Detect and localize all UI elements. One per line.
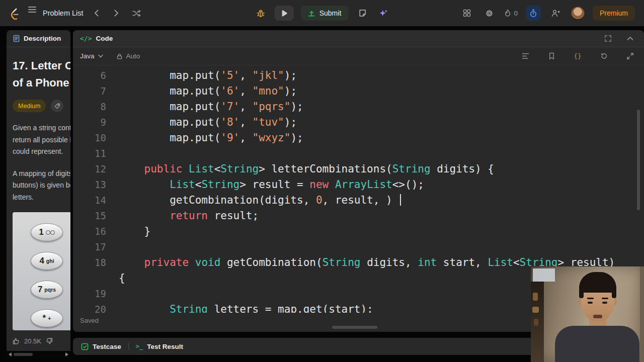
description-panel: Description 17. Letter Combinationsof a … <box>7 30 70 358</box>
app-root: Problem List <box>0 0 644 362</box>
code-panel-header: </> Code <box>73 30 644 47</box>
upload-icon <box>308 10 315 17</box>
scrollbar-track[interactable] <box>12 353 65 356</box>
line-number: 16 <box>73 224 106 239</box>
code-line[interactable]: 11 <box>73 146 644 161</box>
expand-icon[interactable] <box>623 49 637 63</box>
shelf-item <box>534 319 538 326</box>
shelf-item <box>533 293 538 301</box>
description-tab-label: Description <box>24 35 61 42</box>
description-body: 17. Letter Combinationsof a Phone Number… <box>7 47 70 330</box>
problem-mapping-paragraph: A mapping of digits to letters (justbutt… <box>13 168 70 204</box>
line-number: 12 <box>73 161 106 177</box>
scroll-right-arrow[interactable] <box>65 352 68 356</box>
run-button[interactable] <box>275 6 294 21</box>
code-line[interactable]: 8 map.put('7', "pqrs"); <box>73 99 644 115</box>
tab-test-result[interactable]: >_ Test Result <box>136 343 183 350</box>
phone-keypad-image: 14ghi7pqrs*+ <box>13 212 70 330</box>
line-number: 19 <box>73 286 106 302</box>
voicemail-icon <box>46 230 55 234</box>
line-number: 9 <box>73 115 106 130</box>
editor-toolbar-actions: {} <box>518 49 637 63</box>
person-hair <box>579 272 616 293</box>
code-line[interactable]: 6 map.put('5', "jkl"); <box>73 68 644 83</box>
top-navigation-bar: Problem List <box>0 0 644 26</box>
code-line[interactable]: 7 map.put('6', "mno"); <box>73 83 644 99</box>
badge-row: Medium <box>13 100 70 112</box>
tag-icon[interactable] <box>51 100 63 112</box>
layout-grid-icon[interactable] <box>460 6 474 20</box>
testcase-label: Testcase <box>93 343 121 350</box>
line-number: 14 <box>73 193 106 208</box>
person-eyebrow <box>602 298 608 299</box>
shuffle-icon[interactable] <box>130 6 144 20</box>
code-line[interactable]: 15 return result; <box>73 208 644 224</box>
next-problem-button[interactable] <box>110 6 124 20</box>
description-tab[interactable]: Description <box>7 30 70 47</box>
tab-testcase[interactable]: Testcase <box>81 343 121 350</box>
hamburger-icon <box>28 6 38 20</box>
debug-icon[interactable] <box>254 6 268 20</box>
reset-icon[interactable] <box>597 49 611 63</box>
premium-label: Premium <box>600 9 628 17</box>
difficulty-badge[interactable]: Medium <box>13 100 46 112</box>
code-icon: </> <box>80 35 92 42</box>
line-number: 8 <box>73 99 106 115</box>
sparkle-icon[interactable] <box>376 6 390 20</box>
code-line[interactable]: 9 map.put('8', "tuv"); <box>73 115 644 130</box>
code-tab-label[interactable]: Code <box>96 35 113 42</box>
timer-icon[interactable] <box>526 6 541 21</box>
description-horizontal-scrollbar <box>7 351 70 358</box>
language-selected-value: Java <box>80 52 95 60</box>
keypad-button-4: 4ghi <box>31 252 63 270</box>
format-lines-icon[interactable] <box>518 49 532 63</box>
prev-problem-button[interactable] <box>90 6 104 20</box>
language-select[interactable]: Java <box>80 52 103 60</box>
line-number: 15 <box>73 208 106 224</box>
person-mouth <box>593 315 602 318</box>
topbar-right-group: 0 Premium <box>460 6 635 21</box>
streak-counter[interactable]: 0 <box>504 9 518 18</box>
thumbs-down-icon[interactable] <box>45 337 53 345</box>
chevron-down-icon <box>98 54 103 58</box>
code-line[interactable]: 12 public List<String> letterCombination… <box>73 161 644 177</box>
bookmark-icon[interactable] <box>544 49 558 63</box>
notes-icon[interactable] <box>355 6 369 20</box>
auto-toggle[interactable]: Auto <box>116 52 140 60</box>
premium-button[interactable]: Premium <box>593 6 635 21</box>
problem-list-label: Problem List <box>43 9 84 17</box>
thumbs-up-icon[interactable] <box>13 337 20 345</box>
code-line[interactable]: 14 getCombination(digits, 0, result, ) <box>73 193 644 208</box>
flame-icon <box>504 9 511 18</box>
code-line[interactable]: 10 map.put('9', "wxyz"); <box>73 130 644 146</box>
scrollbar-thumb[interactable] <box>14 353 33 356</box>
streak-count: 0 <box>514 10 518 17</box>
avatar[interactable] <box>571 7 585 20</box>
leetcode-logo[interactable] <box>9 7 20 20</box>
saved-status: Saved <box>80 317 99 324</box>
terminal-icon: >_ <box>136 343 143 350</box>
collapse-chevron-up-icon[interactable] <box>623 32 637 46</box>
code-line[interactable]: 17 <box>73 239 644 255</box>
braces-icon[interactable]: {} <box>571 49 585 63</box>
problem-feedback-row: 20.5K <box>13 337 53 345</box>
code-line[interactable]: 13 List<String> result = new ArrayList<>… <box>73 177 644 193</box>
problem-title: 17. Letter Combinationsof a Phone Number <box>13 57 70 92</box>
code-line[interactable]: 16 } <box>73 224 644 239</box>
person-torso <box>555 326 639 362</box>
editor-vertical-scrollbar-thumb[interactable] <box>637 110 640 210</box>
gear-icon[interactable] <box>482 6 496 20</box>
editor-horizontal-scrollbar-thumb[interactable] <box>332 326 377 329</box>
description-doc-icon <box>13 35 20 42</box>
webcam-window-reflection <box>533 268 555 282</box>
submit-label: Submit <box>319 9 342 17</box>
fullscreen-icon[interactable] <box>601 32 615 46</box>
submit-button[interactable]: Submit <box>301 6 349 21</box>
problem-list-button[interactable]: Problem List <box>28 6 84 20</box>
text-cursor <box>400 194 401 206</box>
topbar-center-group: Submit <box>254 6 391 21</box>
tab-divider <box>128 343 129 350</box>
shelf-item <box>532 307 539 313</box>
person-eyebrow <box>587 298 594 299</box>
person-add-icon[interactable] <box>549 6 563 20</box>
